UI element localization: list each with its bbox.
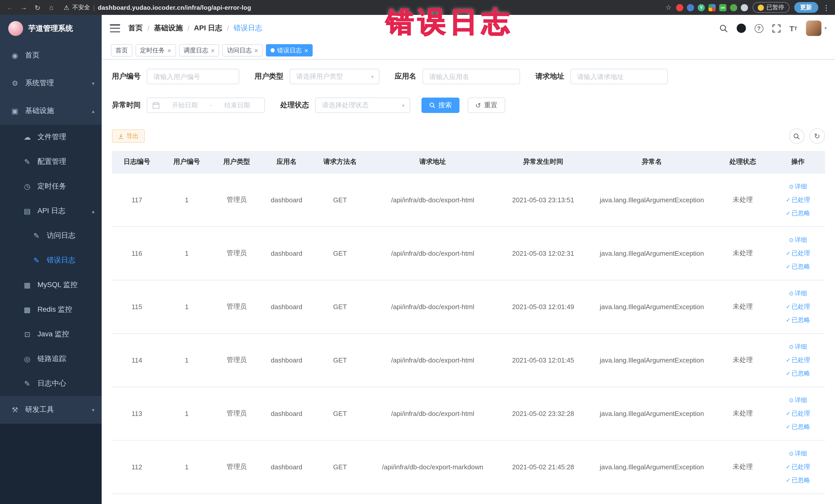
mark-ignored-link[interactable]: ✓已忽略	[774, 206, 822, 220]
sidebar-item-error-log[interactable]: ✎ 错误日志	[0, 248, 102, 273]
font-size-icon[interactable]: TT	[789, 24, 797, 33]
detail-link[interactable]: ⊙详细	[774, 447, 822, 460]
extension-drop-icon[interactable]	[687, 4, 694, 11]
eye-icon: ⊙	[789, 290, 794, 296]
detail-link[interactable]: ⊙详细	[774, 180, 822, 193]
mark-processed-link[interactable]: ✓已处理	[774, 353, 822, 367]
sidebar-item-trace[interactable]: ◎ 链路追踪	[0, 347, 102, 371]
col-user-id: 用户编号	[162, 151, 211, 173]
log-center-icon: ✎	[23, 380, 32, 388]
reset-button[interactable]: ↺ 重置	[468, 98, 505, 113]
java-monitor-icon: ⊡	[23, 330, 32, 338]
mark-processed-link[interactable]: ✓已处理	[774, 193, 822, 206]
extension-ghost-icon[interactable]	[741, 4, 748, 11]
extension-vue-icon[interactable]: V	[698, 4, 705, 11]
request-url-input[interactable]	[570, 69, 668, 84]
mark-processed-link[interactable]: ✓已处理	[774, 460, 822, 473]
mark-ignored-link[interactable]: ✓已忽略	[774, 260, 822, 273]
tab-error-log[interactable]: 错误日志 ×	[266, 44, 313, 57]
edit-icon: ✎	[23, 158, 32, 166]
tab-access-log[interactable]: 访问日志 ×	[222, 44, 263, 57]
app-name-input[interactable]	[423, 69, 520, 84]
sidebar-item-log-center[interactable]: ✎ 日志中心	[0, 371, 102, 396]
back-icon[interactable]: ←	[5, 4, 14, 11]
col-url: 请求地址	[369, 151, 497, 173]
sidebar-item-home[interactable]: ◉ 首页	[0, 42, 102, 69]
sidebar-item-dev-tools[interactable]: ⚒ 研发工具 ▾	[0, 396, 102, 424]
chevron-down-icon: ▾	[92, 407, 95, 412]
sidebar-item-scheduled-jobs[interactable]: ◷ 定时任务	[0, 174, 102, 199]
tab-schedule-log[interactable]: 调度日志 ×	[179, 44, 219, 57]
mark-processed-link[interactable]: ✓已处理	[774, 407, 822, 420]
mark-ignored-link[interactable]: ✓已忽略	[774, 367, 822, 380]
help-icon[interactable]: ?	[754, 24, 763, 33]
breadcrumb-home[interactable]: 首页	[128, 24, 143, 33]
sidebar-item-system[interactable]: ⚙ 系统管理 ▾	[0, 69, 102, 97]
active-dot	[270, 48, 274, 53]
close-icon[interactable]: ×	[304, 47, 308, 54]
extension-on-icon[interactable]: on	[719, 4, 727, 11]
sidebar-item-mysql-monitor[interactable]: ▦ MySQL 监控	[0, 273, 102, 297]
exception-time-range-picker[interactable]: 开始日期 - 结束日期	[147, 98, 265, 113]
extension-sprout-icon[interactable]	[730, 4, 737, 11]
sidebar-item-api-log[interactable]: ▤ API 日志 ▴	[0, 199, 102, 223]
github-icon[interactable]	[736, 24, 746, 33]
table-row: 116 1 管理员 dashboard GET /api/infra/db-do…	[112, 226, 825, 280]
browser-chrome: ← → ↻ ⌂ ⚠ 不安全 | dashboard.yudao.iocoder.…	[0, 0, 835, 15]
close-icon[interactable]: ×	[167, 47, 171, 54]
check-icon: ✓	[786, 464, 791, 470]
search-button[interactable]: 搜索	[422, 98, 460, 113]
close-icon[interactable]: ×	[254, 47, 258, 54]
detail-link[interactable]: ⊙详细	[774, 286, 822, 300]
tab-scheduled-jobs[interactable]: 定时任务 ×	[136, 44, 176, 57]
chevron-up-icon: ▴	[92, 208, 95, 214]
browser-window: ← → ↻ ⌂ ⚠ 不安全 | dashboard.yudao.iocoder.…	[0, 0, 835, 504]
home-icon[interactable]: ⌂	[47, 4, 56, 11]
refresh-table-button[interactable]: ↻	[809, 128, 825, 144]
detail-link[interactable]: ⊙详细	[774, 340, 822, 353]
search-icon[interactable]	[719, 24, 728, 33]
breadcrumb-api-log[interactable]: API 日志	[194, 24, 222, 33]
table-row: 117 1 管理员 dashboard GET /api/infra/db-do…	[112, 173, 825, 226]
paused-pill[interactable]: 已暂停	[753, 2, 789, 13]
extension-adblock-icon[interactable]	[676, 4, 683, 11]
url-text[interactable]: dashboard.yudao.iocoder.cn/infra/log/api…	[98, 4, 251, 11]
app-logo[interactable]: 芋道管理系统	[0, 15, 102, 42]
close-icon[interactable]: ×	[211, 47, 215, 54]
sidebar-item-infra[interactable]: ▣ 基础设施 ▴	[0, 97, 102, 125]
mark-ignored-link[interactable]: ✓已忽略	[774, 420, 822, 434]
update-button[interactable]: 更新	[794, 2, 818, 13]
tab-home[interactable]: 首页	[111, 44, 133, 57]
mark-ignored-link[interactable]: ✓已忽略	[774, 473, 822, 487]
breadcrumb-infra[interactable]: 基础设施	[154, 24, 183, 33]
sidebar-item-java-monitor[interactable]: ⊡ Java 监控	[0, 322, 102, 347]
mark-ignored-link[interactable]: ✓已忽略	[774, 313, 822, 327]
user-menu[interactable]: ▾	[806, 21, 827, 36]
sidebar-item-config-manage[interactable]: ✎ 配置管理	[0, 149, 102, 174]
reload-icon[interactable]: ↻	[33, 3, 42, 12]
mark-processed-link[interactable]: ✓已处理	[774, 246, 822, 260]
browser-menu-icon[interactable]: ⋮	[823, 3, 830, 12]
mark-processed-link[interactable]: ✓已处理	[774, 300, 822, 313]
process-status-select[interactable]: 请选择处理状态 ▾	[315, 98, 410, 113]
sidebar-item-redis-monitor[interactable]: ▩ Redis 监控	[0, 297, 102, 322]
clock-icon: ◷	[23, 182, 32, 190]
user-type-select[interactable]: 请选择用户类型 ▾	[289, 69, 380, 84]
export-button[interactable]: 导出	[112, 129, 145, 143]
collapse-sidebar-icon[interactable]	[110, 24, 120, 32]
bookmark-star-icon[interactable]: ☆	[666, 4, 672, 11]
sidebar-item-file-manage[interactable]: ☁ 文件管理	[0, 125, 102, 149]
detail-link[interactable]: ⊙详细	[774, 394, 822, 407]
fullscreen-icon[interactable]	[772, 24, 780, 33]
toggle-search-button[interactable]	[789, 128, 804, 144]
detail-link[interactable]: ⊙详细	[774, 233, 822, 246]
sidebar-item-access-log[interactable]: ✎ 访问日志	[0, 223, 102, 248]
forward-icon[interactable]: →	[19, 4, 28, 11]
error-log-table: 日志编号 用户编号 用户类型 应用名 请求方法名 请求地址 异常发生时间 异常名…	[112, 151, 825, 494]
user-id-input[interactable]	[147, 69, 239, 84]
address-bar[interactable]: ⚠ 不安全 | dashboard.yudao.iocoder.cn/infra…	[64, 4, 251, 11]
table-header-row: 日志编号 用户编号 用户类型 应用名 请求方法名 请求地址 异常发生时间 异常名…	[112, 151, 825, 173]
extension-grid-icon[interactable]	[709, 4, 716, 11]
table-row: 115 1 管理员 dashboard GET /api/infra/db-do…	[112, 280, 825, 333]
col-exception: 异常名	[590, 151, 714, 173]
